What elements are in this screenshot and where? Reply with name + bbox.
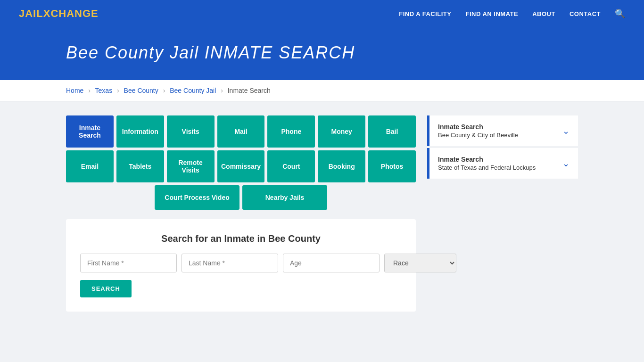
last-name-input[interactable]	[182, 254, 278, 272]
chevron-down-icon-2: ⌄	[562, 158, 570, 169]
nav-find-facility[interactable]: FIND A FACILITY	[399, 10, 451, 17]
tab-phone[interactable]: Phone	[267, 115, 315, 148]
tab-court[interactable]: Court	[267, 150, 315, 182]
main-content: Inmate Search Information Visits Mail Ph…	[0, 101, 644, 326]
main-nav: FIND A FACILITY FIND AN INMATE ABOUT CON…	[399, 8, 625, 19]
tabs-row-1: Inmate Search Information Visits Mail Ph…	[66, 115, 416, 148]
page-title: Bee County Jail INMATE SEARCH	[66, 41, 578, 63]
breadcrumb-bee-county[interactable]: Bee County	[124, 87, 158, 94]
sidebar: Inmate Search Bee County & City of Beevi…	[427, 115, 578, 312]
search-icon[interactable]: 🔍	[615, 8, 625, 19]
sidebar-card-texas-federal-header[interactable]: Inmate Search State of Texas and Federal…	[429, 148, 578, 179]
tab-email[interactable]: Email	[66, 150, 114, 182]
logo-jail: JAIL	[19, 8, 43, 19]
logo-x: X	[43, 8, 51, 19]
search-fields: Race White Black Hispanic Asian Native A…	[80, 254, 402, 272]
tab-bail[interactable]: Bail	[368, 115, 416, 148]
first-name-input[interactable]	[80, 254, 177, 272]
breadcrumb: Home › Texas › Bee County › Bee County J…	[0, 80, 644, 101]
site-header: JAILXCHANGE FIND A FACILITY FIND AN INMA…	[0, 0, 644, 27]
tab-mail[interactable]: Mail	[217, 115, 265, 148]
age-input[interactable]	[283, 254, 380, 272]
breadcrumb-bee-county-jail[interactable]: Bee County Jail	[170, 87, 216, 94]
tab-court-process-video[interactable]: Court Process Video	[155, 185, 239, 210]
nav-contact[interactable]: CONTACT	[570, 10, 601, 17]
tab-inmate-search[interactable]: Inmate Search	[66, 115, 114, 148]
tab-information[interactable]: Information	[116, 115, 164, 148]
sidebar-card-bee-county-subtitle: Bee County & City of Beeville	[438, 132, 518, 139]
breadcrumb-current: Inmate Search	[228, 87, 271, 94]
site-logo[interactable]: JAILXCHANGE	[19, 8, 99, 20]
tab-remote-visits[interactable]: Remote Visits	[167, 150, 215, 182]
tab-booking[interactable]: Booking	[318, 150, 365, 182]
sidebar-card-bee-county: Inmate Search Bee County & City of Beevi…	[427, 115, 578, 146]
tabs-row-2: Email Tablets Remote Visits Commissary C…	[66, 150, 416, 182]
tabs-row-3: Court Process Video Nearby Jails	[66, 185, 416, 210]
nav-find-inmate[interactable]: FIND AN INMATE	[465, 10, 518, 17]
content-area: Inmate Search Information Visits Mail Ph…	[66, 115, 416, 312]
tab-tablets[interactable]: Tablets	[116, 150, 164, 182]
breadcrumb-texas[interactable]: Texas	[95, 87, 113, 94]
tab-nearby-jails[interactable]: Nearby Jails	[242, 185, 327, 210]
sidebar-card-bee-county-header[interactable]: Inmate Search Bee County & City of Beevi…	[429, 115, 578, 146]
breadcrumb-home[interactable]: Home	[66, 87, 83, 94]
search-button[interactable]: SEARCH	[80, 280, 132, 297]
logo-exchange: CHANGE	[50, 8, 98, 19]
sidebar-card-texas-federal-title: Inmate Search	[438, 156, 536, 163]
tab-money[interactable]: Money	[318, 115, 365, 148]
tab-photos[interactable]: Photos	[368, 150, 416, 182]
sidebar-card-texas-federal-subtitle: State of Texas and Federal Lockups	[438, 164, 536, 171]
nav-about[interactable]: ABOUT	[532, 10, 555, 17]
search-box: Search for an Inmate in Bee County Race …	[66, 219, 416, 312]
hero-banner: Bee County Jail INMATE SEARCH	[0, 27, 644, 80]
tab-visits[interactable]: Visits	[167, 115, 215, 148]
search-title: Search for an Inmate in Bee County	[80, 233, 402, 244]
sidebar-card-bee-county-title: Inmate Search	[438, 123, 518, 131]
tab-commissary[interactable]: Commissary	[217, 150, 265, 182]
sidebar-card-texas-federal: Inmate Search State of Texas and Federal…	[427, 148, 578, 179]
chevron-down-icon: ⌄	[562, 126, 570, 136]
